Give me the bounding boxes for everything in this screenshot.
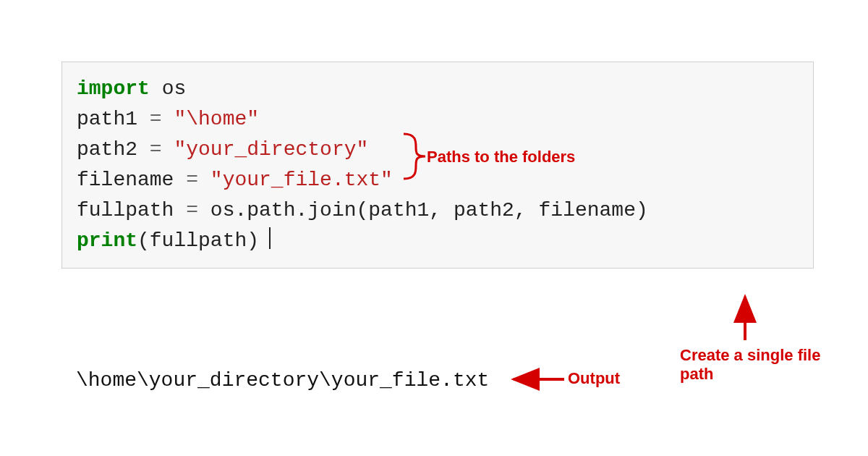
annotation-create-label: Create a single file path	[680, 346, 820, 384]
annotation-output-label: Output	[568, 369, 620, 388]
str-home: "\home"	[162, 108, 259, 130]
var-filename: filename	[77, 169, 186, 191]
var-path2: path2	[77, 138, 150, 161]
output-text: \home\your_directory\your_file.txt	[76, 369, 489, 392]
op-assign: =	[150, 108, 162, 130]
str-your-directory: "your_directory"	[162, 138, 369, 161]
expr-os-path-join: os.path.join(path1, path2, filename)	[198, 199, 648, 221]
str-your-file: "your_file.txt"	[198, 169, 393, 191]
print-args: (fullpath)	[137, 229, 259, 252]
code-line-7: fullpath = os.path.join(path1, path2, fi…	[77, 195, 799, 226]
fn-print: print	[77, 229, 137, 252]
code-line-3: path1 = "\home"	[77, 104, 799, 135]
op-assign: =	[186, 199, 198, 221]
code-line-8: print(fullpath)	[77, 226, 799, 256]
figure-stage: import os path1 = "\home" path2 = "your_…	[0, 0, 868, 456]
module-os: os	[150, 77, 186, 100]
var-fullpath: fullpath	[77, 199, 186, 221]
text-cursor-icon	[269, 227, 271, 249]
code-line-5: filename = "your_file.txt"	[77, 165, 799, 195]
keyword-import: import	[77, 77, 150, 100]
annotation-paths-label: Paths to the folders	[427, 148, 575, 166]
var-path1: path1	[77, 108, 150, 130]
op-assign: =	[186, 169, 198, 191]
op-assign: =	[150, 138, 162, 161]
code-line-1: import os	[77, 74, 799, 104]
